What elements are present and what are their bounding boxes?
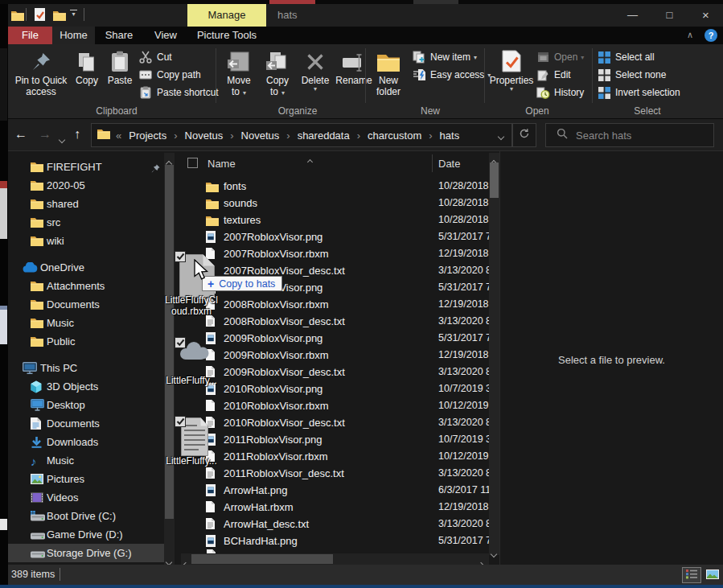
quick-access-new-folder-icon[interactable] [53,10,66,24]
file-row[interactable]: 2009RobloxVisor_desc.txt3/13/2020 8 [181,364,489,380]
file-row[interactable]: 2009RobloxVisor.rbxm12/19/2018 [181,347,489,364]
move-to-button[interactable]: Move to▾ [220,47,257,105]
edit-button[interactable]: Edit [536,67,571,83]
new-folder-button[interactable]: New folder [368,47,409,105]
breadcrumb-segment[interactable]: shareddata [296,130,351,142]
paste-shortcut-button[interactable]: Paste shortcut [138,84,219,101]
forward-icon[interactable]: → [39,126,51,142]
breadcrumb-segment[interactable]: Projects [127,130,168,142]
pin-to-quick-access-button[interactable]: Pin to Quick access [11,47,71,105]
file-row[interactable]: BCHardHat.png5/31/2017 7 [181,532,489,549]
minimize-button[interactable]: — [614,3,651,27]
file-row[interactable]: 2008RobloxVisor.rbxm12/19/2018 [181,296,489,313]
address-dropdown-icon[interactable] [499,130,503,142]
details-view-button[interactable] [682,567,701,583]
column-header-name[interactable]: Name [207,158,236,170]
history-button[interactable]: History [536,84,584,101]
sidebar-item-shared[interactable]: shared [8,195,164,213]
tab-home[interactable]: Home [52,27,95,44]
file-row[interactable]: 2010RobloxVisor.rbxm10/12/2019 [181,397,489,414]
file-row[interactable]: 2011RobloxVisor.rbxm10/12/2019 [181,448,489,465]
up-icon[interactable]: ↑ [74,126,80,142]
select-none-button[interactable]: Select none [597,67,666,83]
tab-picture-tools[interactable]: Picture Tools [188,27,265,44]
horizontal-scrollbar[interactable] [181,553,489,565]
sidebar-item-onedrive[interactable]: OneDrive [8,258,164,277]
file-row[interactable]: ArrowHat.png6/3/2017 11 [181,482,489,499]
file-row[interactable]: ArrowHat_desc.txt3/13/2020 8 [181,516,489,532]
breadcrumb-overflow-chevron[interactable]: « [110,130,127,142]
copy-path-button[interactable]: Copy path [138,67,201,83]
search-box[interactable]: Search hats [545,123,714,147]
tab-view[interactable]: View [143,27,188,44]
sidebar-item-storage-drive-g[interactable]: Storage Drive (G:) [8,544,164,562]
sidebar-item-attachments[interactable]: Attachments [8,277,164,295]
quick-access-folder-icon[interactable] [11,10,24,24]
select-all-checkbox[interactable] [187,158,198,168]
file-row[interactable]: sounds10/28/2018 [181,195,489,212]
file-row[interactable]: 2010RobloxVisor_desc.txt3/13/2020 8 [181,414,489,431]
file-row[interactable]: fonts10/28/2018 [181,178,489,195]
sidebar-item-3d-objects[interactable]: 3D Objects [8,377,164,396]
breadcrumb-separator-icon[interactable]: › [281,130,295,142]
sidebar-item-src[interactable]: src [8,213,164,232]
breadcrumb-separator-icon[interactable]: › [224,130,239,142]
file-row[interactable]: ArrowHat.rbxm12/19/2018 [181,499,489,516]
copy-button[interactable]: Copy [71,47,103,105]
recent-locations-chevron-icon[interactable] [60,131,64,146]
breadcrumb-separator-icon[interactable]: › [423,130,437,142]
file-row[interactable]: 2008RobloxVisor_desc.txt3/13/2020 8 [181,313,489,330]
new-item-button[interactable]: New item▾ [412,49,477,65]
sidebar-scrollbar[interactable] [164,153,175,565]
breadcrumb-separator-icon[interactable]: › [168,130,183,142]
paste-button[interactable]: Paste [103,47,137,105]
delete-button[interactable]: Delete ▾ [298,47,333,105]
file-row[interactable]: 2007RobloxVisor.rbxm12/19/2018 [181,245,489,262]
collapse-ribbon-icon[interactable]: ∧ [687,30,693,40]
file-row[interactable]: 2010RobloxVisor.png10/7/2019 3 [181,380,489,397]
sidebar-item-boot-drive-c[interactable]: Boot Drive (C:) [8,507,164,525]
sidebar-item-music[interactable]: Music [8,314,164,332]
file-list-scrollbar[interactable] [489,153,499,555]
file-row[interactable]: textures10/28/2018 [181,212,489,228]
breadcrumb[interactable]: « Projects›Novetus›Novetus›shareddata›ch… [91,123,512,147]
breadcrumb-segment[interactable]: Novetus [183,130,225,142]
close-button[interactable]: × [688,3,723,27]
qat-customize-dropdown-icon[interactable]: ▾ [70,10,77,18]
select-all-button[interactable]: Select all [597,49,655,65]
sidebar-item-2020-05[interactable]: 2020-05 [8,176,164,195]
breadcrumb-segment[interactable]: hats [438,130,462,142]
sidebar-item-documents[interactable]: Documents [8,295,164,314]
sidebar-item-pictures[interactable]: Pictures [8,470,164,488]
help-icon[interactable]: ? [705,29,717,42]
thumbnails-view-button[interactable] [703,567,722,583]
sidebar-item-music[interactable]: ♪Music [8,451,164,470]
refresh-button[interactable] [512,123,536,147]
list-scrollbar-thumb[interactable] [490,162,499,198]
maximize-button[interactable]: □ [651,3,688,27]
open-button[interactable]: Open▾ [536,49,584,65]
copy-to-button[interactable]: Copy to▾ [259,47,296,105]
column-divider[interactable] [432,154,433,172]
search-input[interactable]: Search hats [576,130,631,142]
column-header-date[interactable]: Date [438,158,460,170]
partial-file-row[interactable] [207,549,216,553]
quick-access-properties-icon[interactable] [35,8,45,24]
file-row[interactable]: 2011RobloxVisor_desc.txt3/13/2020 8 [181,465,489,482]
invert-selection-button[interactable]: Invert selection [597,84,680,101]
sidebar-item-desktop[interactable]: Desktop [8,396,164,414]
cut-button[interactable]: Cut [138,49,172,65]
properties-button[interactable]: Properties ▾ [489,47,534,105]
breadcrumb-segment[interactable]: Novetus [240,130,281,142]
easy-access-button[interactable]: Easy access▾ [412,67,491,83]
sidebar-item-game-drive-d[interactable]: Game Drive (D:) [8,525,164,544]
sidebar-item-videos[interactable]: Videos [8,488,164,507]
breadcrumb-segment[interactable]: charcustom [366,130,423,142]
file-row[interactable]: 2007RobloxVisor.png5/31/2017 7 [181,228,489,245]
horizontal-scrollbar-thumb[interactable] [191,554,333,564]
manage-contextual-tab[interactable]: Manage [187,3,266,27]
file-row[interactable]: 2009RobloxVisor.png5/31/2017 7 [181,330,489,347]
breadcrumb-separator-icon[interactable]: › [351,130,366,142]
file-row[interactable]: 2011RobloxVisor.png10/7/2019 3 [181,431,489,448]
tab-file[interactable]: File [8,27,52,44]
